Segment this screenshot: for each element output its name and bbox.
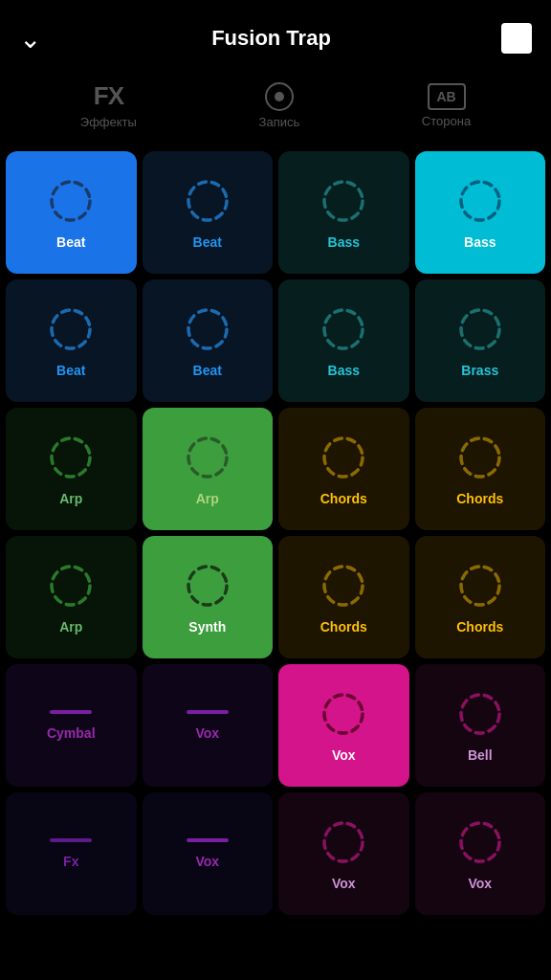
- pad-label-12: Chords: [456, 491, 503, 506]
- pad-21[interactable]: Fx: [6, 792, 137, 915]
- pad-label-15: Chords: [320, 619, 367, 635]
- pad-label-8: Brass: [461, 363, 498, 378]
- header: ⌄ Fusion Trap: [0, 0, 551, 69]
- dash-line-icon: [50, 838, 92, 842]
- pad-13[interactable]: Arp: [6, 536, 137, 658]
- pad-label-9: Arp: [59, 491, 82, 506]
- dashed-circle-icon: [318, 560, 369, 612]
- pad-16[interactable]: Chords: [415, 536, 546, 658]
- pad-label-5: Beat: [56, 363, 85, 378]
- svg-point-12: [52, 567, 90, 605]
- pad-label-4: Bass: [464, 234, 496, 250]
- pad-label-19: Vox: [332, 747, 356, 763]
- svg-point-8: [52, 438, 90, 477]
- svg-point-4: [52, 310, 90, 348]
- svg-point-9: [188, 438, 227, 477]
- ab-button[interactable]: AB Сторона: [422, 83, 471, 128]
- svg-point-0: [52, 182, 90, 220]
- pad-5[interactable]: Beat: [6, 279, 137, 402]
- pad-24[interactable]: Vox: [415, 792, 546, 915]
- svg-point-15: [461, 567, 499, 605]
- svg-point-18: [324, 823, 363, 861]
- dashed-circle-icon: [454, 432, 506, 483]
- fx-label: Эффекты: [80, 115, 137, 129]
- pad-label-11: Chords: [320, 491, 367, 506]
- dashed-circle-icon: [45, 175, 97, 227]
- pad-label-3: Bass: [328, 234, 360, 250]
- pad-label-6: Beat: [193, 363, 222, 378]
- record-icon: [265, 82, 294, 111]
- pad-10[interactable]: Arp: [143, 408, 274, 530]
- record-button[interactable]: Запись: [259, 82, 300, 129]
- svg-point-2: [324, 182, 363, 220]
- pad-grid: BeatBeatBassBassBeatBeatBassBrassArpArpC…: [0, 145, 551, 921]
- pad-7[interactable]: Bass: [278, 279, 409, 402]
- svg-point-13: [188, 567, 227, 605]
- dashed-circle-icon: [182, 432, 233, 483]
- dashed-circle-icon: [454, 560, 506, 612]
- pad-18[interactable]: Vox: [143, 664, 274, 787]
- pad-17[interactable]: Cymbal: [6, 664, 137, 787]
- pad-label-24: Vox: [468, 876, 492, 891]
- pad-19[interactable]: Vox: [278, 664, 409, 787]
- pad-label-1: Beat: [56, 234, 85, 250]
- dashed-circle-icon: [45, 560, 97, 612]
- dashed-circle-icon: [454, 175, 506, 227]
- pad-label-21: Fx: [63, 854, 78, 869]
- pad-8[interactable]: Brass: [415, 279, 546, 402]
- pad-1[interactable]: Beat: [6, 151, 137, 274]
- dashed-circle-icon: [182, 175, 233, 227]
- dashed-circle-icon: [182, 303, 233, 355]
- dashed-circle-icon: [45, 432, 97, 483]
- svg-point-11: [461, 438, 499, 477]
- toolbar: FX Эффекты Запись AB Сторона: [0, 69, 551, 145]
- svg-point-3: [461, 182, 499, 220]
- record-inner: [275, 92, 284, 101]
- pad-label-22: Vox: [195, 854, 219, 869]
- pad-label-17: Cymbal: [47, 725, 96, 741]
- pad-20[interactable]: Bell: [415, 664, 546, 787]
- chevron-down-icon[interactable]: ⌄: [19, 23, 41, 55]
- pad-22[interactable]: Vox: [143, 792, 274, 915]
- svg-point-17: [461, 695, 499, 733]
- pad-12[interactable]: Chords: [415, 408, 546, 530]
- svg-point-14: [324, 567, 363, 605]
- pad-label-16: Chords: [456, 619, 503, 635]
- svg-point-5: [188, 310, 227, 348]
- pad-15[interactable]: Chords: [278, 536, 409, 658]
- pad-label-7: Bass: [328, 363, 360, 378]
- record-label: Запись: [259, 115, 300, 129]
- pad-label-2: Beat: [193, 234, 222, 250]
- dash-line-icon: [50, 710, 92, 714]
- dashed-circle-icon: [454, 303, 506, 355]
- pad-14[interactable]: Synth: [143, 536, 274, 658]
- dashed-circle-icon: [182, 560, 233, 612]
- pad-label-13: Arp: [59, 619, 82, 635]
- pad-23[interactable]: Vox: [278, 792, 409, 915]
- svg-point-10: [324, 438, 363, 477]
- pad-4[interactable]: Bass: [415, 151, 546, 274]
- pad-9[interactable]: Arp: [6, 408, 137, 530]
- fx-icon: FX: [94, 81, 123, 111]
- pad-6[interactable]: Beat: [143, 279, 274, 402]
- dashed-circle-icon: [318, 816, 369, 868]
- white-square[interactable]: [501, 23, 532, 54]
- dashed-circle-icon: [45, 303, 97, 355]
- svg-point-6: [324, 310, 363, 348]
- dashed-circle-icon: [318, 432, 369, 483]
- ab-label: Сторона: [422, 114, 471, 128]
- svg-point-1: [188, 182, 227, 220]
- pad-label-23: Vox: [332, 876, 356, 891]
- dashed-circle-icon: [454, 816, 506, 868]
- dashed-circle-icon: [454, 688, 506, 740]
- pad-2[interactable]: Beat: [143, 151, 274, 274]
- dashed-circle-icon: [318, 175, 369, 227]
- ab-icon: AB: [428, 83, 466, 110]
- pad-11[interactable]: Chords: [278, 408, 409, 530]
- fx-button[interactable]: FX Эффекты: [80, 81, 137, 129]
- dashed-circle-icon: [318, 688, 369, 740]
- pad-3[interactable]: Bass: [278, 151, 409, 274]
- pad-label-14: Synth: [188, 619, 226, 635]
- pad-label-20: Bell: [468, 747, 493, 763]
- svg-point-7: [461, 310, 499, 348]
